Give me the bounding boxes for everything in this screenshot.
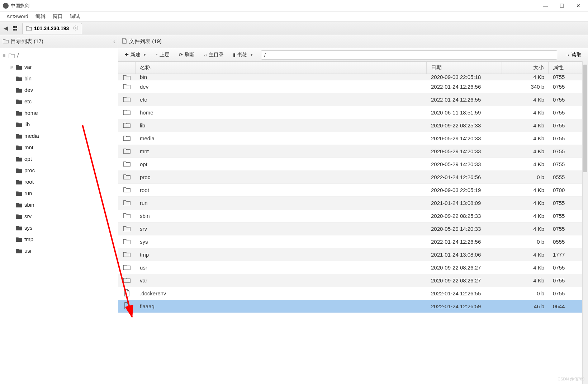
folder-icon: [16, 156, 22, 161]
tree-toggle[interactable]: ⊟: [1, 53, 6, 57]
cell-name: sys: [136, 239, 427, 245]
read-button[interactable]: → 读取: [561, 50, 585, 60]
refresh-button[interactable]: ⟳ 刷新: [175, 50, 198, 60]
table-row[interactable]: root2020-09-03 22:05:194 Kb0700: [118, 184, 588, 197]
path-input[interactable]: [261, 50, 557, 60]
cell-name: run: [136, 200, 427, 206]
table-row[interactable]: proc2022-01-24 12:26:560 b0555: [118, 171, 588, 184]
cell-name: home: [136, 109, 427, 116]
folder-icon: [123, 277, 131, 284]
file-list-panel: 文件列表 (19) ✚ 新建 ▼ ↑ 上层 ⟳ 刷新 ⌂ 主目录 ▮ 书签: [118, 35, 588, 384]
tree-item[interactable]: media: [0, 130, 118, 141]
folder-icon: [123, 187, 131, 193]
folder-icon: [123, 251, 131, 258]
grid-icon: [13, 26, 17, 31]
cell-size: 4 Kb: [502, 122, 549, 128]
table-row[interactable]: etc2022-01-24 12:26:554 Kb0755: [118, 93, 588, 106]
scrollbar-thumb[interactable]: [583, 65, 587, 172]
folder-open-icon: [9, 53, 15, 58]
window-close-button[interactable]: ✕: [575, 3, 582, 9]
tab-grid-button[interactable]: [10, 23, 20, 33]
directory-tree-panel: 目录列表 (17) ‹ ⊟/⊞varbindevetchomelibmediam…: [0, 35, 118, 384]
cell-size: 4 Kb: [502, 187, 549, 193]
table-row[interactable]: run2021-01-24 13:08:094 Kb0755: [118, 197, 588, 210]
file-panel-title: 文件列表 (19): [129, 38, 162, 45]
tree-item[interactable]: opt: [0, 153, 118, 164]
table-row[interactable]: var2020-09-22 08:26:274 Kb0755: [118, 274, 588, 287]
cell-size: 4 Kb: [502, 200, 549, 206]
tab-close-button[interactable]: ⓧ: [73, 25, 78, 32]
window-minimize-button[interactable]: —: [542, 3, 549, 9]
tree-item[interactable]: bin: [0, 72, 118, 84]
tree-label: media: [24, 133, 39, 139]
table-row[interactable]: opt2020-05-29 14:20:334 Kb0755: [118, 158, 588, 171]
tree-item[interactable]: ⊞var: [0, 61, 118, 72]
scrollbar[interactable]: [582, 61, 588, 384]
tree-label: mnt: [24, 144, 33, 150]
tree-label: opt: [24, 156, 32, 162]
folder-icon: [123, 83, 131, 90]
home-button[interactable]: ⌂ 主目录: [200, 50, 227, 60]
tree-item[interactable]: sys: [0, 222, 118, 233]
tree-root[interactable]: ⊟/: [0, 50, 118, 61]
tree-item[interactable]: sbin: [0, 199, 118, 210]
table-row[interactable]: mnt2020-05-29 14:20:334 Kb0755: [118, 145, 588, 158]
tree-label: root: [24, 179, 34, 185]
up-button[interactable]: ↑ 上层: [152, 50, 174, 60]
window-maximize-button[interactable]: ☐: [559, 3, 565, 9]
table-row[interactable]: home2020-06-11 18:51:594 Kb0755: [118, 106, 588, 119]
cell-date: 2022-01-24 12:26:55: [427, 290, 502, 296]
folder-icon: [16, 168, 22, 173]
new-button[interactable]: ✚ 新建 ▼: [121, 50, 150, 60]
menu-antsword[interactable]: AntSword: [3, 14, 32, 19]
cell-name: opt: [136, 161, 427, 167]
tree-label: run: [24, 190, 32, 196]
table-row[interactable]: lib2020-09-22 08:25:334 Kb0755: [118, 119, 588, 132]
menu-debug[interactable]: 调试: [66, 13, 84, 20]
tree-item[interactable]: dev: [0, 84, 118, 95]
tree-item[interactable]: root: [0, 176, 118, 187]
tab-back-button[interactable]: ◀: [1, 23, 10, 33]
cell-name: etc: [136, 97, 427, 103]
tree-item[interactable]: tmp: [0, 233, 118, 245]
column-date[interactable]: 日期: [427, 62, 502, 74]
tree-item[interactable]: lib: [0, 118, 118, 130]
menu-edit[interactable]: 编辑: [32, 13, 49, 20]
tree-item[interactable]: etc: [0, 95, 118, 107]
tree-item[interactable]: usr: [0, 245, 118, 256]
folder-icon: [123, 148, 131, 155]
tree-item[interactable]: mnt: [0, 141, 118, 153]
table-row[interactable]: dev2022-01-24 12:26:56340 b0755: [118, 80, 588, 93]
table-row[interactable]: usr2020-09-22 08:26:274 Kb0755: [118, 261, 588, 274]
collapse-panel-button[interactable]: ‹: [113, 38, 115, 45]
table-row[interactable]: media2020-05-29 14:20:334 Kb0755: [118, 132, 588, 145]
tree-item[interactable]: home: [0, 107, 118, 118]
tree-label: srv: [24, 213, 32, 219]
tree-item[interactable]: srv: [0, 210, 118, 222]
tree-item[interactable]: run: [0, 187, 118, 199]
table-row[interactable]: srv2020-05-29 14:20:334 Kb0755: [118, 223, 588, 235]
tree-item[interactable]: proc: [0, 164, 118, 176]
table-row[interactable]: .dockerenv2022-01-24 12:26:550 b0755: [118, 287, 588, 300]
folder-icon: [123, 238, 131, 245]
tree-label: dev: [24, 87, 33, 93]
folder-icon: [123, 200, 131, 206]
table-row[interactable]: flaaag2022-01-24 12:26:5946 b0644: [118, 300, 588, 313]
bookmark-button[interactable]: ▮ 书签 ▼: [229, 50, 257, 60]
file-table: 名称 日期 大小 属性 bin2020-09-03 22:05:184 Kb07…: [118, 62, 588, 384]
tab-host[interactable]: 101.34.230.193 ⓧ: [22, 23, 82, 34]
table-row[interactable]: bin2020-09-03 22:05:184 Kb0755: [118, 74, 588, 80]
column-name[interactable]: 名称: [136, 62, 427, 74]
cell-size: 340 b: [502, 84, 549, 90]
cell-name: srv: [136, 226, 427, 232]
tree-label: var: [24, 64, 32, 70]
tree-toggle[interactable]: ⊞: [9, 65, 14, 69]
menu-window[interactable]: 窗口: [49, 13, 66, 20]
watermark: CSDN @佰789: [558, 376, 584, 382]
column-size[interactable]: 大小: [502, 62, 549, 74]
table-row[interactable]: sys2022-01-24 12:26:560 b0555: [118, 235, 588, 248]
file-icon: [124, 302, 130, 310]
tabbar: ◀ 101.34.230.193 ⓧ: [0, 22, 588, 35]
table-row[interactable]: sbin2020-09-22 08:25:334 Kb0755: [118, 210, 588, 223]
table-row[interactable]: tmp2021-01-24 13:08:064 Kb1777: [118, 248, 588, 261]
